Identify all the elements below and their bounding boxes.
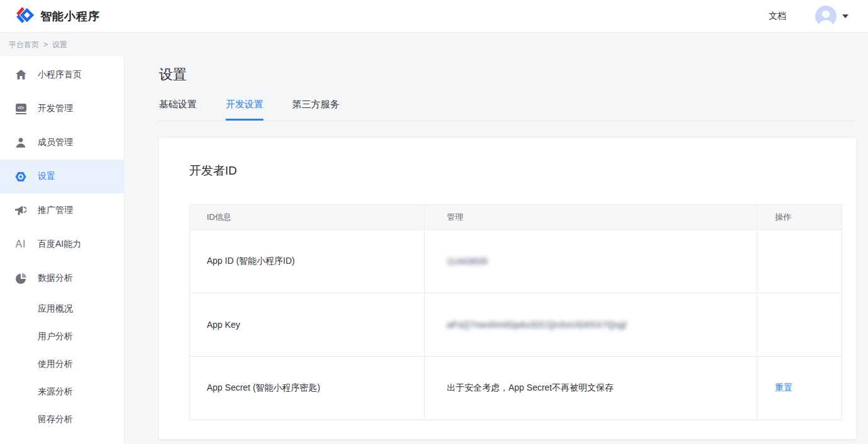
- sidebar-subitem-label: 留存分析: [38, 414, 73, 425]
- table-row-app-id: App ID (智能小程序ID) 11443835: [190, 230, 842, 293]
- col-header-manage: 管理: [425, 205, 757, 230]
- sidebar-item-dev-manage[interactable]: </> 开发管理: [0, 92, 124, 126]
- brand-title: 智能小程序: [40, 9, 100, 24]
- sidebar-subitem-app-overview[interactable]: 应用概况: [0, 295, 124, 323]
- gear-icon: [15, 171, 26, 182]
- sidebar-item-label: 设置: [38, 171, 55, 182]
- sidebar-subitem-label: 应用概况: [38, 303, 73, 315]
- sidebar-item-label: 成员管理: [38, 137, 73, 148]
- table-row-app-secret: App Secret (智能小程序密匙) 出于安全考虑，App Secret不再…: [190, 357, 842, 420]
- sidebar-item-label: 百度AI能力: [38, 239, 81, 250]
- card-heading: 开发者ID: [189, 162, 826, 179]
- member-icon: [15, 138, 26, 148]
- breadcrumb-current: 设置: [52, 40, 67, 50]
- sidebar-subitem-usage-analysis[interactable]: 使用分析: [0, 350, 124, 378]
- docs-link[interactable]: 文档: [769, 11, 786, 22]
- top-nav-right: 文档: [769, 6, 849, 27]
- ai-icon: AI: [15, 239, 26, 250]
- reset-secret-link[interactable]: 重置: [775, 382, 793, 393]
- breadcrumb: 平台首页 > 设置: [0, 33, 868, 57]
- avatar[interactable]: [815, 6, 837, 27]
- brand[interactable]: 智能小程序: [15, 6, 100, 26]
- sidebar-item-analytics[interactable]: 数据分析: [0, 261, 124, 295]
- sidebar-subitem-retention-analysis[interactable]: 留存分析: [0, 406, 124, 433]
- sidebar-item-members[interactable]: 成员管理: [0, 126, 124, 160]
- col-header-id-info: ID信息: [190, 205, 425, 230]
- tab-dev-settings[interactable]: 开发设置: [226, 99, 263, 121]
- app-key-value-redacted: aFsQ7nwshmtGpAs32CQnSxUGKhX7Qsgl: [447, 320, 627, 330]
- app-id-value-redacted: 11443835: [447, 256, 488, 266]
- page-title: 设置: [159, 65, 856, 84]
- sidebar-item-ai[interactable]: AI 百度AI能力: [0, 227, 124, 261]
- page-body: 小程序首页 </> 开发管理 成员管理: [0, 57, 868, 444]
- sidebar-subitem-label: 来源分析: [38, 386, 73, 398]
- megaphone-icon: [15, 205, 26, 215]
- app-key-action-cell: [757, 293, 842, 357]
- code-icon: </>: [15, 104, 26, 114]
- pie-chart-icon: [15, 273, 26, 284]
- home-icon: [15, 70, 26, 80]
- sidebar-item-promotion[interactable]: 推广管理: [0, 193, 124, 227]
- sidebar-item-home[interactable]: 小程序首页: [0, 58, 124, 92]
- table-row-app-key: App Key aFsQ7nwshmtGpAs32CQnSxUGKhX7Qsgl: [190, 293, 842, 357]
- app-key-label: App Key: [190, 293, 425, 357]
- app-id-action-cell: [757, 230, 842, 293]
- sidebar-item-label: 推广管理: [38, 205, 73, 216]
- sidebar-item-settings[interactable]: 设置: [0, 160, 124, 193]
- tabs: 基础设置 开发设置 第三方服务: [159, 99, 856, 121]
- app-secret-note: 出于安全考虑，App Secret不再被明文保存: [447, 382, 613, 393]
- app-id-label: App ID (智能小程序ID): [190, 230, 425, 293]
- sidebar-item-label: 开发管理: [38, 103, 73, 114]
- col-header-action: 操作: [757, 205, 842, 230]
- caret-down-icon[interactable]: [842, 14, 849, 18]
- breadcrumb-separator: >: [43, 40, 48, 49]
- smart-program-logo-icon: [15, 6, 34, 26]
- sidebar-subitem-user-analysis[interactable]: 用户分析: [0, 323, 124, 350]
- top-nav: 智能小程序 文档: [0, 0, 868, 33]
- main-content: 设置 基础设置 开发设置 第三方服务 开发者ID ID信息 管理 操作: [124, 57, 868, 444]
- developer-id-card: 开发者ID ID信息 管理 操作 App ID (智能小程序ID) 114: [159, 138, 856, 439]
- sidebar: 小程序首页 </> 开发管理 成员管理: [0, 57, 124, 444]
- breadcrumb-home[interactable]: 平台首页: [9, 40, 39, 50]
- sidebar-subitem-label: 用户分析: [38, 331, 73, 342]
- tab-basic-settings[interactable]: 基础设置: [159, 99, 197, 121]
- sidebar-subitem-label: 使用分析: [38, 359, 73, 370]
- tab-third-party[interactable]: 第三方服务: [292, 99, 339, 121]
- developer-id-table: ID信息 管理 操作 App ID (智能小程序ID) 11443835 App: [189, 204, 842, 420]
- sidebar-item-label: 小程序首页: [38, 69, 82, 80]
- app-secret-label: App Secret (智能小程序密匙): [190, 357, 425, 420]
- sidebar-subitem-source-analysis[interactable]: 来源分析: [0, 378, 124, 406]
- table-header-row: ID信息 管理 操作: [190, 205, 842, 230]
- sidebar-item-label: 数据分析: [38, 273, 73, 284]
- app-root: 智能小程序 文档 平台首页 > 设置 小程序首页: [0, 0, 868, 444]
- user-silhouette-icon: [815, 6, 837, 27]
